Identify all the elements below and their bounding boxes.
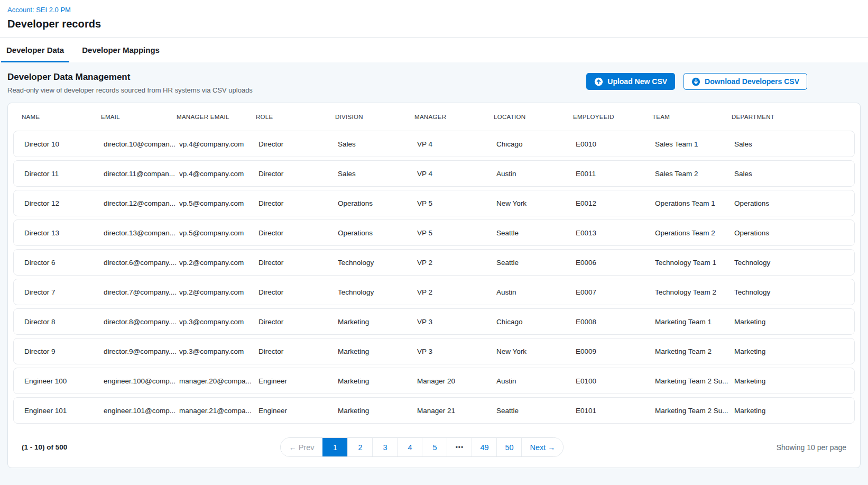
page-number-group: 12345•••4950 — [322, 438, 521, 456]
cell-employee-id: E0101 — [576, 407, 655, 415]
cell-manager: Manager 20 — [417, 377, 496, 385]
cell-email: director.11@compan... — [104, 170, 179, 178]
cell-name: Engineer 100 — [24, 377, 104, 385]
cell-team: Marketing Team 1 — [655, 318, 734, 326]
cell-manager-email: vp.3@company.com — [179, 318, 258, 326]
tab-developer-data[interactable]: Developer Data — [1, 38, 69, 62]
cell-name: Director 12 — [24, 199, 104, 207]
page-button-50[interactable]: 50 — [496, 438, 521, 456]
cell-employee-id: E0010 — [576, 140, 655, 148]
column-header-manager: MANAGER — [414, 114, 494, 120]
cell-division: Operations — [338, 229, 417, 237]
cell-email: director.12@compan... — [104, 199, 179, 207]
page-button-1[interactable]: 1 — [322, 438, 347, 456]
cell-division: Marketing — [338, 377, 417, 385]
cell-manager: VP 4 — [417, 170, 496, 178]
cell-email: director.13@compan... — [104, 229, 179, 237]
cell-role: Director — [258, 288, 338, 296]
cell-location: Austin — [496, 288, 576, 296]
page-button-2[interactable]: 2 — [347, 438, 372, 456]
cell-name: Engineer 101 — [24, 407, 104, 415]
column-header-name: NAME — [22, 114, 101, 120]
cell-manager: Manager 21 — [417, 407, 496, 415]
cell-role: Director — [258, 229, 338, 237]
cell-location: Austin — [496, 377, 576, 385]
cell-team: Operations Team 2 — [655, 229, 734, 237]
cell-manager-email: vp.4@company.com — [179, 170, 258, 178]
cell-manager: VP 5 — [417, 229, 496, 237]
cell-department: Marketing — [734, 407, 844, 415]
cell-email: director.6@company.... — [104, 259, 179, 267]
cell-manager-email: vp.5@company.com — [179, 199, 258, 207]
cell-email: director.8@company.... — [104, 318, 179, 326]
arrow-right-icon: → — [548, 443, 555, 452]
column-header-employeeid: EMPLOYEEID — [573, 114, 652, 120]
next-page-button[interactable]: Next → — [521, 438, 563, 456]
column-header-location: LOCATION — [494, 114, 573, 120]
cell-manager-email: manager.21@compa... — [179, 407, 258, 415]
cell-email: engineer.100@comp... — [104, 377, 179, 385]
column-header-division: DIVISION — [335, 114, 414, 120]
page-button-3[interactable]: 3 — [372, 438, 397, 456]
cell-location: New York — [496, 199, 576, 207]
cell-team: Sales Team 2 — [655, 170, 734, 178]
tab-developer-mappings[interactable]: Developer Mappings — [77, 38, 165, 62]
cell-team: Technology Team 2 — [655, 288, 734, 296]
table-row: Director 12director.12@compan...vp.5@com… — [13, 190, 855, 216]
cell-department: Sales — [734, 140, 844, 148]
column-header-department: DEPARTMENT — [732, 114, 846, 120]
pager: ← Prev 12345•••4950 Next → — [280, 437, 564, 457]
cell-department: Marketing — [734, 318, 844, 326]
cell-location: Seattle — [496, 229, 576, 237]
cell-division: Sales — [338, 140, 417, 148]
cell-team: Marketing Team 2 — [655, 347, 734, 355]
page-button-4[interactable]: 4 — [397, 438, 422, 456]
cell-employee-id: E0100 — [576, 377, 655, 385]
table-row: Director 13director.13@compan...vp.5@com… — [13, 219, 855, 246]
page-button-49[interactable]: 49 — [472, 438, 496, 456]
table-row: Director 9director.9@company....vp.3@com… — [13, 338, 855, 364]
cell-division: Marketing — [338, 318, 417, 326]
cell-department: Marketing — [734, 347, 844, 355]
column-header-manager-email: MANAGER EMAIL — [177, 114, 256, 120]
cell-manager: VP 2 — [417, 288, 496, 296]
result-range-label: (1 - 10) of 500 — [22, 443, 67, 451]
pagination-bar: (1 - 10) of 500 ← Prev 12345•••4950 Next… — [13, 427, 855, 468]
page-ellipsis: ••• — [447, 438, 472, 456]
cell-department: Technology — [734, 288, 844, 296]
cell-employee-id: E0007 — [576, 288, 655, 296]
table-row: Director 10director.10@compan...vp.4@com… — [13, 131, 855, 157]
cell-department: Operations — [734, 229, 844, 237]
upload-new-csv-button[interactable]: Upload New CSV — [586, 73, 675, 90]
cell-name: Director 7 — [24, 288, 104, 296]
cell-department: Technology — [734, 259, 844, 267]
content-area: Developer Data Management Read-only view… — [0, 62, 868, 485]
download-developers-csv-button[interactable]: Download Developers CSV — [684, 73, 807, 90]
cell-division: Operations — [338, 199, 417, 207]
upload-button-label: Upload New CSV — [607, 77, 667, 86]
cell-role: Director — [258, 199, 338, 207]
cell-team: Operations Team 1 — [655, 199, 734, 207]
cell-team: Technology Team 1 — [655, 259, 734, 267]
cell-manager-email: vp.5@company.com — [179, 229, 258, 237]
page-button-5[interactable]: 5 — [422, 438, 447, 456]
cell-name: Director 13 — [24, 229, 104, 237]
cell-manager: VP 3 — [417, 347, 496, 355]
cell-manager-email: vp.2@company.com — [179, 259, 258, 267]
table-row: Director 8director.8@company....vp.3@com… — [13, 308, 855, 335]
cell-email: director.7@company.... — [104, 288, 179, 296]
page-header: Account: SEI 2.0 PM Developer records — [0, 0, 868, 37]
cell-role: Director — [258, 318, 338, 326]
account-breadcrumb-link[interactable]: Account: SEI 2.0 PM — [7, 6, 71, 14]
cell-manager: VP 3 — [417, 318, 496, 326]
developer-table: NAMEEMAILMANAGER EMAILROLEDIVISIONMANAGE… — [7, 103, 861, 468]
tab-bar: Developer Data Developer Mappings — [0, 37, 868, 62]
section-subtitle: Read-only view of developer records sour… — [7, 86, 253, 94]
cell-division: Technology — [338, 288, 417, 296]
cell-department: Marketing — [734, 377, 844, 385]
cell-location: Seattle — [496, 407, 576, 415]
prev-page-button[interactable]: ← Prev — [281, 438, 323, 456]
csv-button-group: Upload New CSV Download Developers CSV — [586, 73, 807, 90]
per-page-label: Showing 10 per page — [777, 443, 846, 452]
cell-team: Marketing Team 2 Su... — [655, 407, 734, 415]
